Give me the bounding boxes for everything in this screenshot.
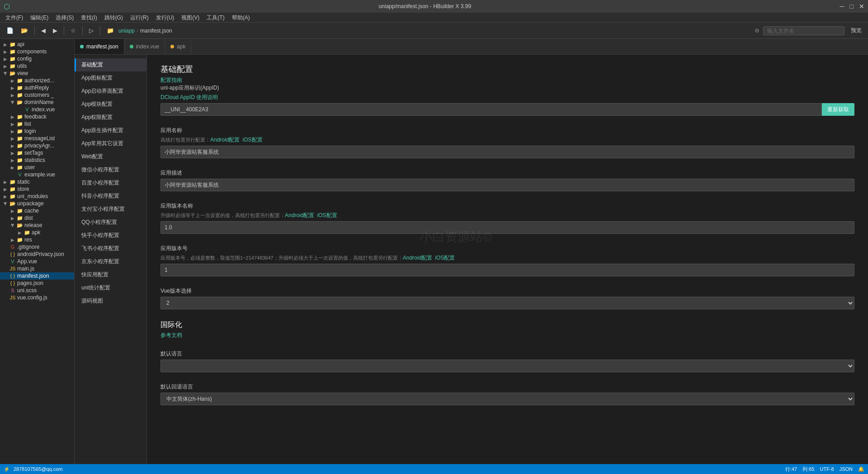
sidebar-item-pages-json[interactable]: ▶ { } pages.json [0,280,74,287]
config-nav-jingdong[interactable]: 京东小程序配置 [75,255,146,268]
appver-num-input[interactable] [160,264,854,276]
menu-edit[interactable]: 编辑(E) [27,13,52,23]
sidebar-item-app-vue[interactable]: ▶ V App.vue [0,258,74,265]
sidebar-item-example-vue[interactable]: ▶ V example.vue [0,171,74,178]
sidebar-item-release[interactable]: ▶ 📂 release [0,222,74,229]
sidebar-item-feedback[interactable]: ▶ 📁 feedback [0,113,74,120]
appver-num-ios-link[interactable]: iOS配置 [435,255,455,261]
sidebar-item-static[interactable]: ▶ 📁 static [0,178,74,185]
sidebar-item-androidprivacy[interactable]: ▶ { } androidPrivacy.json [0,251,74,258]
config-nav-splash[interactable]: App启动界面配置 [75,85,146,98]
search-input[interactable] [763,26,844,35]
sidebar-item-utils[interactable]: ▶ 📁 utils [0,62,74,70]
status-user-email[interactable]: 2878107565@qq.com [14,466,62,472]
sidebar-item-statistics[interactable]: ▶ 📁 statistics [0,156,74,164]
appver-name-input[interactable] [160,221,854,234]
menu-tools[interactable]: 工具(T) [203,13,228,23]
i18n-ref-link[interactable]: 参考文档 [160,332,182,338]
sidebar-item-manifest-json[interactable]: ▶ { } manifest.json [0,272,74,280]
config-nav-wechat[interactable]: 微信小程序配置 [75,163,146,176]
config-nav-web[interactable]: Web配置 [75,150,146,163]
sidebar-item-res[interactable]: ▶ 📁 res [0,236,74,243]
status-filetype[interactable]: JSON [840,466,853,472]
appdesc-input[interactable] [160,179,854,191]
config-nav-baidu[interactable]: 百度小程序配置 [75,176,146,190]
sidebar-item-uni-modules[interactable]: ▶ 📁 uni_modules [0,193,74,200]
menu-view[interactable]: 视图(V) [178,13,203,23]
config-nav-permissions[interactable]: App权限配置 [75,111,146,124]
maximize-button[interactable]: □ [850,3,854,10]
tab-manifest-json[interactable]: manifest.json [75,39,124,54]
config-nav-native-plugins[interactable]: App原生插件配置 [75,124,146,137]
sidebar-item-components[interactable]: ▶ 📁 components [0,48,74,55]
sidebar-item-uni-scss[interactable]: ▶ S uni.scss [0,287,74,294]
status-line[interactable]: 行:47 [785,466,797,473]
menu-file[interactable]: 文件(F) [2,13,27,23]
preview-button[interactable]: 预览 [848,26,864,35]
sidebar-item-view[interactable]: ▶ 📂 view [0,70,74,77]
sidebar-item-privacyagr[interactable]: ▶ 📁 privacyAgr... [0,142,74,149]
config-nav-appicon[interactable]: App图标配置 [75,71,146,85]
appname-android-link[interactable]: Android配置 [210,137,240,143]
sidebar-item-authorized[interactable]: ▶ 📁 authorized... [0,77,74,84]
config-nav-other[interactable]: App常用其它设置 [75,137,146,150]
sidebar-item-main-js[interactable]: ▶ JS main.js [0,265,74,272]
menu-jump[interactable]: 跳转(G) [101,13,127,23]
sidebar-item-login[interactable]: ▶ 📁 login [0,128,74,135]
config-nav-qq[interactable]: QQ小程序配置 [75,216,146,229]
status-notification-icon[interactable]: 🔔 [858,466,864,472]
config-nav-modules[interactable]: App模块配置 [75,98,146,111]
appid-refresh-button[interactable]: 重新获取 [822,103,854,116]
sidebar-item-apk[interactable]: ▶ 📁 apk [0,229,74,236]
sidebar-item-gitignore[interactable]: ▶ G .gitignore [0,243,74,251]
sidebar-item-unpackage[interactable]: ▶ 📂 unpackage [0,200,74,207]
menu-select[interactable]: 选择(S) [52,13,77,23]
bookmark-button[interactable]: ☆ [68,26,79,35]
config-nav-alipay[interactable]: 支付宝小程序配置 [75,203,146,216]
open-file-button[interactable]: 📂 [18,26,31,35]
status-connection-icon[interactable]: ⚡ [4,466,10,472]
sidebar-item-api[interactable]: ▶ 📁 api [0,41,74,48]
status-col[interactable]: 列:65 [802,466,814,473]
config-guide-link[interactable]: 配置指南 [160,77,182,83]
appver-name-ios-link[interactable]: iOS配置 [317,212,337,218]
default-lang-select[interactable] [160,360,854,372]
sidebar-item-customers[interactable]: ▶ 📁 customers _ [0,91,74,99]
sidebar-item-messagelist[interactable]: ▶ 📁 messageList [0,135,74,142]
menu-help[interactable]: 帮助(A) [228,13,254,23]
sidebar-item-cache[interactable]: ▶ 📁 cache [0,207,74,214]
appname-ios-link[interactable]: iOS配置 [243,137,263,143]
sidebar-item-vue-config-js[interactable]: ▶ JS vue.config.js [0,294,74,301]
nav-back-button[interactable]: ◀ [38,26,48,35]
nav-forward-button[interactable]: ▶ [50,26,60,35]
appid-link[interactable]: DCloud AppID 使用说明 [160,94,218,100]
vue-version-select[interactable]: 2 3 [160,297,854,309]
config-nav-feishu[interactable]: 飞书小程序配置 [75,242,146,255]
sidebar-item-config[interactable]: ▶ 📁 config [0,55,74,62]
config-nav-uni-statistics[interactable]: uni统计配置 [75,281,146,294]
sidebar-item-dist[interactable]: ▶ 📁 dist [0,214,74,222]
config-nav-kuaishou[interactable]: 快手小程序配置 [75,229,146,242]
status-encoding[interactable]: UTF-8 [820,466,834,472]
run-button[interactable]: ▷ [86,26,96,35]
appver-num-android-link[interactable]: Android配置 [403,255,432,261]
breadcrumb-project[interactable]: uniapp [118,28,135,34]
appver-name-android-link[interactable]: Android配置 [285,212,314,218]
tab-apk[interactable]: apk [165,39,191,54]
sidebar-item-list[interactable]: ▶ 📁 list [0,120,74,128]
appname-input[interactable] [160,146,854,158]
menu-run[interactable]: 运行(R) [127,13,152,23]
config-nav-tiktok[interactable]: 抖音小程序配置 [75,190,146,203]
sidebar-item-store[interactable]: ▶ 📁 store [0,185,74,193]
config-nav-basic[interactable]: 基础配置 [75,58,146,71]
close-button[interactable]: ✕ [859,3,864,10]
sidebar-item-user[interactable]: ▶ 📁 user [0,164,74,171]
appid-input[interactable] [160,103,822,116]
config-nav-quickapp[interactable]: 快应用配置 [75,268,146,281]
sidebar-item-index-vue[interactable]: ▶ V index.vue [0,106,74,113]
new-file-button[interactable]: 📄 [4,26,16,35]
fallback-lang-select[interactable]: 中文简体(zh-Hans) [160,393,854,405]
sidebar-item-dominname[interactable]: ▶ 📂 dominName [0,99,74,106]
minimize-button[interactable]: ─ [840,3,844,10]
config-nav-source[interactable]: 源码视图 [75,294,146,308]
